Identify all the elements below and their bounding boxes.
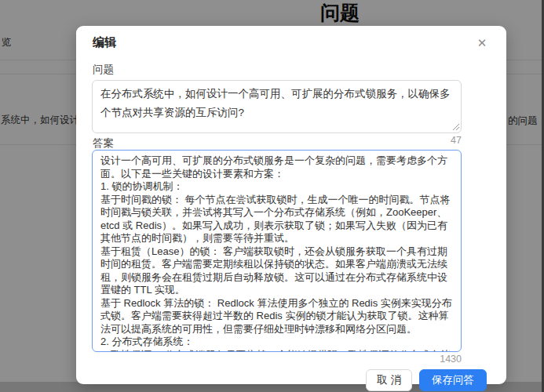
close-icon[interactable]: ✕ xyxy=(473,34,491,52)
dialog-header: 编辑 ✕ xyxy=(76,26,506,58)
cancel-button[interactable]: 取 消 xyxy=(366,369,412,391)
question-field-wrapper: 在分布式系统中，如何设计一个高可用、可扩展的分布式锁服务，以确保多个节点对共享资… xyxy=(92,80,462,133)
dialog-title: 编辑 xyxy=(93,35,116,49)
dialog-body: 问题 在分布式系统中，如何设计一个高可用、可扩展的分布式锁服务，以确保多个节点对… xyxy=(76,58,506,365)
answer-input[interactable]: 设计一个高可用、可扩展的分布式锁服务是一个复杂的问题，需要考虑多个方面。以下是一… xyxy=(92,150,462,352)
question-label: 问题 xyxy=(93,63,491,77)
question-char-count: 47 xyxy=(451,135,462,146)
edit-dialog: 编辑 ✕ 问题 在分布式系统中，如何设计一个高可用、可扩展的分布式锁服务，以确保… xyxy=(76,26,506,384)
dialog-footer: 取 消 保存问答 xyxy=(76,365,506,391)
save-qa-button[interactable]: 保存问答 xyxy=(419,369,487,391)
question-input[interactable]: 在分布式系统中，如何设计一个高可用、可扩展的分布式锁服务，以确保多个节点对共享资… xyxy=(92,80,462,133)
answer-label: 答案 xyxy=(93,135,114,151)
answer-char-count: 1430 xyxy=(92,354,462,365)
answer-label-row: 答案 47 xyxy=(92,135,462,149)
